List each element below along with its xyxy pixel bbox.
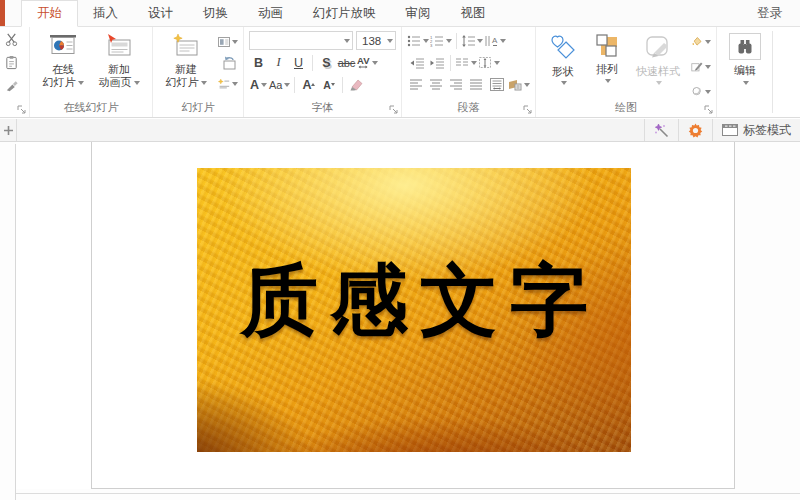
pane-divider[interactable] <box>15 144 16 500</box>
settings-gear-button[interactable] <box>678 119 712 141</box>
section-button[interactable] <box>218 74 238 93</box>
accent-bar <box>0 0 5 26</box>
svg-text:3: 3 <box>430 43 433 47</box>
edit-button[interactable]: 编辑 <box>722 30 768 85</box>
document-tab-bar: 标签模式 <box>0 119 800 142</box>
text-shadow-button[interactable]: S <box>317 53 336 72</box>
shape-outline-button[interactable] <box>691 57 711 76</box>
add-animation-page-label-line2: 动画页 <box>99 76 140 89</box>
clear-formatting-button[interactable] <box>347 75 366 94</box>
new-slide-label-line1: 新建 <box>175 63 197 76</box>
menu-bar: 开始 插入 设计 切换 动画 幻灯片放映 审阅 视图 登录 <box>0 0 800 27</box>
justify-button[interactable] <box>467 75 486 94</box>
slide-thumbnail-pane[interactable] <box>16 142 91 489</box>
edit-group: 编辑 <box>717 27 773 117</box>
paragraph-group-label: 段落 <box>402 100 535 115</box>
character-spacing-button[interactable]: AV <box>357 53 378 72</box>
online-slides-label-line2: 幻灯片 <box>43 76 84 89</box>
magic-wand-button[interactable] <box>644 119 678 141</box>
tab-slideshow[interactable]: 幻灯片放映 <box>298 0 391 26</box>
numbering-button[interactable]: 123 <box>430 31 452 50</box>
format-painter-icon[interactable] <box>1 76 21 95</box>
presentation-app-window: 开始 插入 设计 切换 动画 幻灯片放映 审阅 视图 登录 <box>0 0 800 500</box>
workspace: 质感文字 <box>0 142 800 500</box>
increase-indent-button[interactable] <box>427 53 446 72</box>
paragraph-group: 123 A <box>402 27 536 117</box>
align-right-button[interactable] <box>447 75 466 94</box>
magic-wand-icon <box>654 123 669 138</box>
increase-font-size-button[interactable]: A <box>299 75 318 94</box>
tab-mode-icon <box>722 124 738 136</box>
convert-to-smartart-button[interactable] <box>507 75 530 94</box>
tab-view[interactable]: 视图 <box>446 0 501 26</box>
font-group: 138 B I U S abc AV A <box>244 27 402 117</box>
status-bar-divider <box>16 493 800 494</box>
login-button[interactable]: 登录 <box>739 0 800 26</box>
quick-styles-icon <box>644 33 672 61</box>
tab-review[interactable]: 审阅 <box>391 0 446 26</box>
strikethrough-button[interactable]: abc <box>337 53 356 72</box>
tab-animations[interactable]: 动画 <box>243 0 298 26</box>
gear-icon <box>688 123 703 138</box>
tab-design[interactable]: 设计 <box>133 0 188 26</box>
align-left-button[interactable] <box>407 75 426 94</box>
online-slides-label-line1: 在线 <box>52 63 74 76</box>
ribbon-tabs: 开始 插入 设计 切换 动画 幻灯片放映 审阅 视图 <box>21 0 501 26</box>
online-slides-group-label: 在线幻灯片 <box>30 100 152 115</box>
distribute-text-button[interactable] <box>487 75 506 94</box>
slides-group: 新建 幻灯片 幻灯片 <box>153 27 244 117</box>
paste-icon[interactable] <box>1 53 21 72</box>
shape-fill-button[interactable] <box>691 32 711 51</box>
shape-effects-button[interactable] <box>691 82 711 101</box>
find-button[interactable] <box>729 33 761 60</box>
decrease-font-size-button[interactable]: A <box>319 75 338 94</box>
tab-home[interactable]: 开始 <box>21 0 78 27</box>
italic-button[interactable]: I <box>269 53 288 72</box>
add-animation-page-button[interactable]: 新加 动画页 <box>91 30 147 89</box>
reset-slide-button[interactable] <box>218 53 238 72</box>
arrange-button[interactable]: 排列 <box>585 30 629 83</box>
decrease-indent-button[interactable] <box>407 53 426 72</box>
binoculars-find-icon <box>735 39 755 55</box>
columns-button[interactable] <box>455 53 477 72</box>
slides-group-label: 幻灯片 <box>153 100 243 115</box>
add-animation-page-icon <box>104 33 134 59</box>
align-text-vertical-button[interactable] <box>478 53 500 72</box>
font-name-combobox[interactable] <box>249 31 353 50</box>
tab-mode-toggle[interactable]: 标签模式 <box>712 119 800 141</box>
new-document-tab-button[interactable] <box>0 119 17 141</box>
line-spacing-button[interactable] <box>461 31 483 50</box>
bullets-button[interactable] <box>407 31 429 50</box>
tab-transitions[interactable]: 切换 <box>188 0 243 26</box>
tab-insert[interactable]: 插入 <box>78 0 133 26</box>
slide-canvas[interactable]: 质感文字 <box>91 142 735 489</box>
slide-layout-button[interactable] <box>218 32 238 51</box>
quick-styles-button[interactable]: 快速样式 <box>629 30 687 85</box>
align-center-button[interactable] <box>427 75 446 94</box>
underline-button[interactable]: U <box>289 53 308 72</box>
font-size-combobox[interactable]: 138 <box>356 31 396 50</box>
new-slide-icon <box>171 33 201 59</box>
slide-image[interactable]: 质感文字 <box>197 168 631 452</box>
bold-button[interactable]: B <box>249 53 268 72</box>
online-slide-icon <box>48 33 78 59</box>
slide-title-text[interactable]: 质感文字 <box>228 249 600 354</box>
add-animation-page-label-line1: 新加 <box>108 63 130 76</box>
arrange-icon <box>594 33 620 59</box>
cut-icon[interactable] <box>1 30 21 49</box>
drawing-group: 形状 排列 快速样式 <box>536 27 717 117</box>
plus-icon <box>3 125 14 136</box>
text-direction-button[interactable]: A <box>484 31 506 50</box>
spacing-arrow-icon <box>358 65 368 69</box>
font-group-label: 字体 <box>244 100 401 115</box>
font-size-value: 138 <box>362 35 381 47</box>
online-slides-button[interactable]: 在线 幻灯片 <box>35 30 91 89</box>
new-slide-button[interactable]: 新建 幻灯片 <box>158 30 214 89</box>
drawing-group-label: 绘图 <box>536 100 716 115</box>
change-case-button[interactable]: Aa <box>269 75 290 94</box>
clipboard-group <box>0 27 30 117</box>
new-slide-label-line2: 幻灯片 <box>166 76 207 89</box>
clipboard-dialog-launcher-icon[interactable] <box>17 105 26 114</box>
font-color-button[interactable]: A <box>249 75 268 94</box>
shapes-button[interactable]: 形状 <box>541 30 585 85</box>
